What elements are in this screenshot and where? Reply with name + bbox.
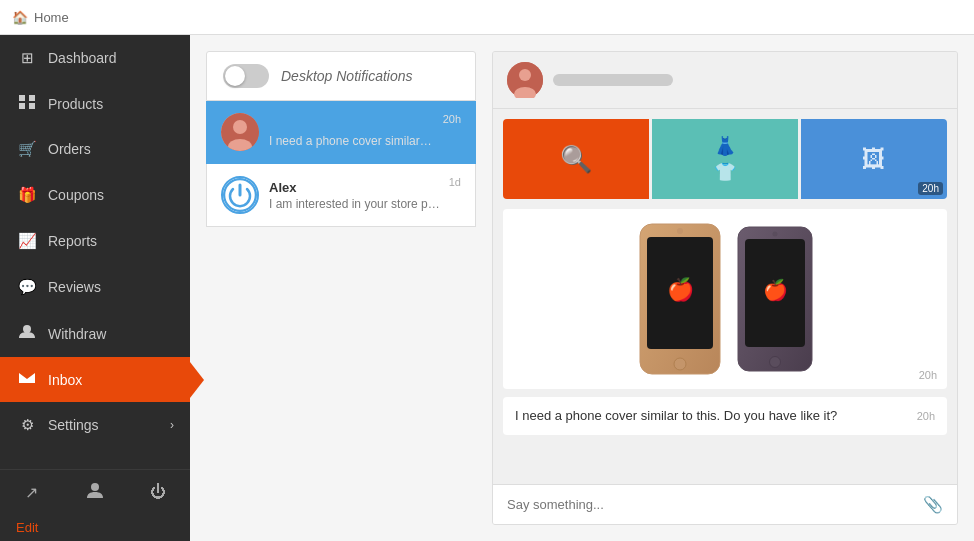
notification-content-1: I need a phone cover similar to t...	[269, 117, 435, 148]
coupons-icon: 🎁	[16, 186, 38, 204]
external-link-button[interactable]: ↗	[0, 470, 63, 514]
main-content: Desktop Notifications I need a phone cov…	[190, 35, 974, 541]
image-time-badge: 20h	[918, 182, 943, 195]
sidebar-item-reviews[interactable]: 💬 Reviews	[0, 264, 190, 310]
chat-image-gallery: 🔍 👗 👕 🖼 20h	[503, 119, 947, 199]
sidebar-bottom: ↗ ⏻	[0, 469, 190, 514]
withdraw-icon	[16, 324, 38, 343]
svg-point-5	[91, 483, 99, 491]
notification-item-2[interactable]: Alex I am interested in your store pro..…	[206, 164, 476, 227]
chat-phone-image: 🍎	[503, 209, 947, 389]
chat-image-1: 🔍	[503, 119, 649, 199]
settings-arrow-icon: ›	[170, 418, 174, 432]
image-icon: 🖼	[862, 145, 886, 173]
svg-point-4	[23, 325, 31, 333]
chat-image-3: 🖼 20h	[801, 119, 947, 199]
sidebar-label-settings: Settings	[48, 417, 99, 433]
notifications-panel: Desktop Notifications I need a phone cov…	[206, 51, 476, 525]
sidebar-item-products[interactable]: Products	[0, 81, 190, 126]
chat-image-2: 👗 👕	[652, 119, 798, 199]
dashboard-icon: ⊞	[16, 49, 38, 67]
svg-point-12	[519, 69, 531, 81]
phone-svg-container: 🍎	[625, 209, 825, 389]
user-profile-button[interactable]	[63, 470, 126, 514]
sidebar-label-orders: Orders	[48, 141, 91, 157]
chat-messages[interactable]: 🔍 👗 👕 🖼 20h	[493, 109, 957, 484]
sidebar-item-dashboard[interactable]: ⊞ Dashboard	[0, 35, 190, 81]
magnifier-icon: 🔍	[560, 144, 592, 175]
logout-button[interactable]: ⏻	[127, 470, 190, 514]
external-link-icon: ↗	[25, 483, 38, 502]
sidebar: ⊞ Dashboard Products 🛒 Orders 🎁 Coupons …	[0, 35, 190, 541]
attachment-icon[interactable]: 📎	[923, 495, 943, 514]
chat-name-bar	[553, 74, 673, 86]
svg-rect-3	[29, 103, 35, 109]
power-icon: ⏻	[150, 483, 166, 501]
home-icon: 🏠	[12, 10, 28, 25]
svg-point-16	[674, 358, 686, 370]
settings-icon: ⚙	[16, 416, 38, 434]
notification-sender-1	[269, 117, 435, 132]
notification-text-1: I need a phone cover similar to t...	[269, 134, 435, 148]
svg-rect-0	[19, 95, 25, 101]
notification-time-1: 20h	[443, 113, 461, 125]
sidebar-item-orders[interactable]: 🛒 Orders	[0, 126, 190, 172]
svg-point-22	[773, 232, 778, 237]
home-label: Home	[34, 10, 69, 25]
chat-panel: 🔍 👗 👕 🖼 20h	[492, 51, 958, 525]
desktop-notifications-toggle-row: Desktop Notifications	[206, 51, 476, 101]
svg-point-7	[233, 120, 247, 134]
bubble-text: I need a phone cover similar to this. Do…	[515, 408, 837, 423]
sidebar-item-coupons[interactable]: 🎁 Coupons	[0, 172, 190, 218]
sidebar-item-reports[interactable]: 📈 Reports	[0, 218, 190, 264]
svg-rect-2	[19, 103, 25, 109]
sidebar-item-settings[interactable]: ⚙ Settings ›	[0, 402, 190, 448]
sidebar-label-inbox: Inbox	[48, 372, 82, 388]
chat-input-row: 📎	[493, 484, 957, 524]
notification-avatar-1	[221, 113, 259, 151]
topbar: 🏠 Home	[0, 0, 974, 35]
sidebar-label-dashboard: Dashboard	[48, 50, 117, 66]
svg-point-17	[677, 228, 683, 234]
desktop-notifications-toggle[interactable]	[223, 64, 269, 88]
user-icon	[87, 482, 103, 502]
notification-content-2: Alex I am interested in your store pro..…	[269, 180, 441, 211]
edit-label[interactable]: Edit	[0, 514, 190, 541]
svg-point-21	[770, 357, 781, 368]
svg-rect-1	[29, 95, 35, 101]
desktop-notifications-label: Desktop Notifications	[281, 68, 413, 84]
sidebar-item-inbox[interactable]: Inbox	[0, 357, 190, 402]
clothing-icon-1: 👗	[714, 135, 736, 157]
sidebar-label-withdraw: Withdraw	[48, 326, 106, 342]
sidebar-label-reviews: Reviews	[48, 279, 101, 295]
sidebar-label-coupons: Coupons	[48, 187, 104, 203]
chat-header	[493, 52, 957, 109]
reports-icon: 📈	[16, 232, 38, 250]
phone-image-time: 20h	[919, 369, 937, 381]
products-icon	[16, 95, 38, 112]
chat-input[interactable]	[507, 497, 923, 512]
orders-icon: 🛒	[16, 140, 38, 158]
notification-item-1[interactable]: I need a phone cover similar to t... 20h	[206, 101, 476, 164]
bubble-time: 20h	[917, 409, 935, 424]
inbox-icon	[16, 371, 38, 388]
sidebar-label-products: Products	[48, 96, 103, 112]
sidebar-item-withdraw[interactable]: Withdraw	[0, 310, 190, 357]
svg-text:🍎: 🍎	[763, 278, 788, 302]
chat-avatar	[507, 62, 543, 98]
notification-text-2: I am interested in your store pro...	[269, 197, 441, 211]
clothing-icon-2: 👕	[714, 161, 736, 183]
notification-time-2: 1d	[449, 176, 461, 188]
layout: ⊞ Dashboard Products 🛒 Orders 🎁 Coupons …	[0, 35, 974, 541]
svg-text:🍎: 🍎	[667, 276, 695, 303]
chat-message-bubble: 20h I need a phone cover similar to this…	[503, 397, 947, 435]
notification-avatar-2	[221, 176, 259, 214]
notification-sender-2: Alex	[269, 180, 441, 195]
reviews-icon: 💬	[16, 278, 38, 296]
sidebar-label-reports: Reports	[48, 233, 97, 249]
